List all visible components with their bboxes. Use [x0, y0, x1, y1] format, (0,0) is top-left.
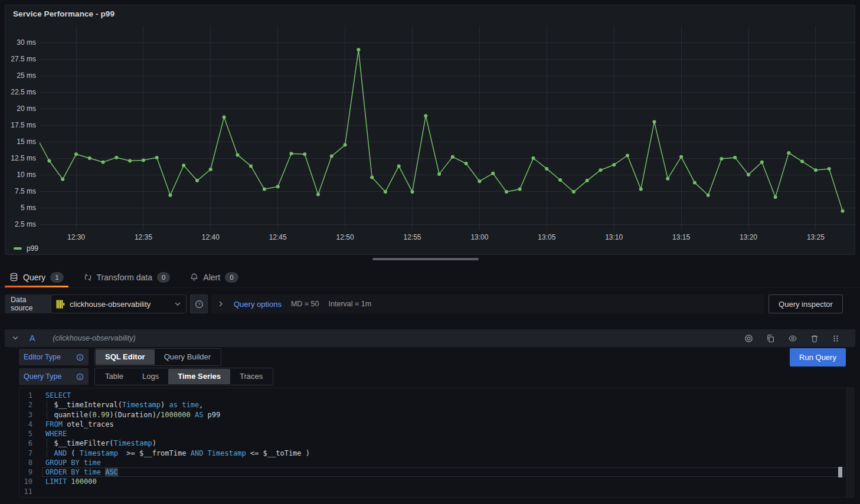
series-point — [142, 158, 145, 162]
timeseries-chart[interactable] — [40, 26, 855, 234]
tab-transform-data[interactable]: Transform data 0 — [84, 267, 171, 287]
series-point — [841, 210, 845, 213]
tab-alert[interactable]: Alert 0 — [190, 267, 238, 287]
info-circle-icon[interactable] — [76, 373, 84, 381]
series-point — [693, 181, 696, 184]
query-type-option-traces[interactable]: Traces — [230, 369, 272, 384]
series-point — [115, 156, 118, 159]
code-line-4: 4FROM otel_traces — [19, 420, 854, 429]
series-point — [290, 152, 293, 155]
query-inspector-button[interactable]: Query inspector — [769, 294, 843, 313]
editor-type-segmented-control: SQL EditorQuery Builder — [94, 348, 221, 366]
series-point — [74, 152, 78, 156]
series-point — [236, 153, 239, 156]
tab-label: Alert — [203, 273, 220, 282]
y-axis-tick-label: 12.5 ms — [5, 153, 36, 163]
series-point — [558, 178, 562, 182]
transform-icon — [84, 273, 92, 282]
max-data-points-value: MD = 50 — [291, 300, 319, 308]
datasource-picker[interactable]: clickhouse-observability — [51, 294, 187, 313]
x-axis-tick-label: 12:30 — [58, 233, 94, 241]
query-row-header[interactable]: A (clickhouse-observability) — [5, 329, 855, 347]
legend-label: p99 — [27, 244, 38, 253]
database-icon — [9, 273, 18, 282]
series-point — [128, 159, 132, 163]
bell-icon — [190, 273, 198, 282]
question-circle-icon: ? — [195, 300, 204, 309]
drag-handle-icon[interactable] — [832, 334, 840, 343]
y-axis-tick-label: 30 ms — [5, 38, 36, 47]
trash-icon[interactable] — [810, 334, 819, 343]
series-point — [760, 161, 764, 164]
tab-label: Query — [23, 273, 45, 282]
transform-count-badge: 0 — [157, 272, 170, 283]
line-number: 5 — [19, 429, 32, 438]
y-axis-tick-label: 7.5 ms — [5, 186, 36, 196]
series-point — [263, 188, 266, 191]
series-point — [612, 163, 616, 166]
panel-resize-handle[interactable] — [372, 258, 479, 260]
editor-scrollbar-gutter[interactable] — [846, 388, 855, 497]
code-line-11: 11 — [19, 487, 854, 496]
y-axis-tick-label: 2.5 ms — [5, 220, 36, 229]
series-point — [344, 143, 347, 147]
x-axis-tick-label: 12:35 — [126, 233, 161, 241]
series-point — [195, 179, 199, 182]
series-point — [249, 164, 253, 168]
x-axis-tick-label: 12:50 — [328, 233, 363, 241]
x-axis-tick-label: 13:10 — [596, 233, 632, 241]
code-line-5: 5WHERE — [19, 429, 854, 438]
y-axis-tick-label: 15 ms — [5, 137, 36, 146]
datasource-label: Data source — [5, 294, 51, 313]
panel-title: Service Performance - p99 — [13, 9, 115, 18]
series-point — [169, 194, 172, 197]
timeseries-panel: Service Performance - p99 p99 30 ms27.5 … — [5, 5, 855, 255]
series-point — [626, 154, 629, 158]
editor-type-label-text: Editor Type — [24, 353, 61, 361]
duplicate-icon[interactable] — [766, 334, 775, 343]
series-point — [491, 172, 495, 175]
record-icon[interactable] — [744, 334, 753, 343]
series-point — [182, 163, 185, 167]
eye-icon[interactable] — [788, 334, 797, 343]
datasource-help-button[interactable]: ? — [190, 294, 208, 313]
query-options-toggle[interactable]: Query options MD = 50 Interval = 1m — [211, 294, 764, 313]
sql-code-editor[interactable]: 1SELECT2 $__timeInterval(Timestamp) as t… — [19, 388, 855, 498]
legend-swatch — [14, 247, 22, 250]
y-axis-tick-label: 17.5 ms — [5, 120, 36, 130]
series-point — [357, 48, 360, 51]
line-number: 6 — [19, 438, 32, 448]
query-options-label: Query options — [234, 300, 282, 309]
line-number: 1 — [19, 391, 32, 400]
active-tab-underline — [5, 286, 68, 287]
query-type-option-table[interactable]: Table — [96, 369, 133, 384]
x-axis-tick-label: 13:15 — [663, 233, 699, 241]
line-number: 3 — [19, 410, 32, 420]
line-number: 4 — [19, 420, 32, 429]
series-point — [451, 155, 454, 159]
series-point — [209, 168, 212, 171]
editor-type-option-sql-editor[interactable]: SQL Editor — [96, 349, 155, 365]
legend-item-p99[interactable]: p99 — [14, 244, 38, 253]
editor-type-option-query-builder[interactable]: Query Builder — [155, 349, 220, 365]
code-line-2: 2 $__timeInterval(Timestamp) as time, — [19, 400, 854, 410]
editor-type-row: Editor Type SQL EditorQuery Builder — [19, 348, 221, 366]
chevron-down-icon — [174, 300, 181, 307]
series-point — [505, 190, 508, 194]
series-point — [733, 156, 737, 159]
y-axis-tick-label: 27.5 ms — [5, 54, 36, 64]
series-point — [465, 162, 468, 165]
tab-query[interactable]: Query 1 — [9, 267, 64, 287]
query-type-option-logs[interactable]: Logs — [133, 369, 168, 384]
collapse-chevron-icon[interactable] — [12, 335, 19, 342]
series-point — [397, 164, 401, 168]
line-number: 9 — [19, 467, 32, 477]
run-query-button[interactable]: Run Query — [790, 348, 846, 366]
query-type-label: Query Type — [19, 368, 89, 385]
query-toolbar: Data source clickhouse-observability ? Q… — [0, 294, 860, 313]
series-point — [720, 157, 723, 161]
code-line-6: 6 $__timeFilter(Timestamp) — [19, 438, 854, 448]
query-type-option-time-series[interactable]: Time Series — [168, 369, 230, 384]
query-row-actions — [744, 334, 840, 343]
info-circle-icon[interactable] — [76, 354, 84, 361]
